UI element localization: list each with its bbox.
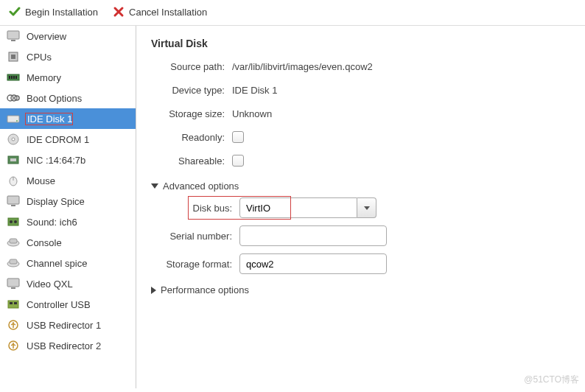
readonly-checkbox[interactable] — [232, 131, 244, 143]
sidebar-item-label: Console — [27, 237, 62, 248]
advanced-options-expander[interactable]: Advanced options — [151, 181, 570, 192]
console-icon — [6, 236, 21, 249]
svg-rect-28 — [10, 259, 17, 264]
watermark: @51CTO博客 — [524, 374, 579, 386]
channel-icon — [6, 256, 21, 270]
svg-rect-1 — [11, 40, 15, 41]
sidebar-item-display-spice[interactable]: Display Spice — [0, 191, 136, 211]
sidebar-item-boot-options[interactable]: Boot Options — [0, 88, 136, 108]
sidebar-item-usb-redirector-1[interactable]: USB Redirector 1 — [0, 315, 136, 335]
begin-install-button[interactable]: Begin Installation — [9, 6, 98, 18]
svg-point-13 — [16, 120, 18, 122]
advanced-options-label: Advanced options — [163, 181, 239, 192]
svg-point-23 — [10, 220, 13, 223]
storage-format-label: Storage format: — [151, 259, 239, 270]
sidebar-item-mouse[interactable]: Mouse — [0, 170, 136, 191]
sidebar-item-label: Overview — [27, 31, 66, 42]
details-panel: Virtual Disk Source path: /var/lib/libvi… — [136, 26, 585, 388]
sidebar-item-usb-redirector-2[interactable]: USB Redirector 2 — [0, 335, 136, 356]
sidebar-item-label: CPUs — [27, 52, 52, 63]
sidebar-item-label: Channel spice — [27, 258, 87, 269]
sidebar-item-sound-ich6[interactable]: Sound: ich6 — [0, 211, 136, 232]
sidebar-item-label: Video QXL — [27, 279, 73, 290]
svg-rect-33 — [14, 302, 17, 304]
sidebar-item-label: USB Redirector 1 — [27, 320, 101, 331]
svg-rect-17 — [10, 158, 16, 161]
serial-number-label: Serial number: — [151, 231, 239, 242]
svg-rect-8 — [15, 76, 17, 79]
sidebar-item-ide-cdrom-1[interactable]: IDE CDROM 1 — [0, 129, 136, 150]
sidebar-item-label: IDE Disk 1 — [25, 113, 73, 125]
cancel-install-button[interactable]: Cancel Installation — [113, 6, 207, 18]
sidebar-item-label: NIC :14:64:7b — [27, 155, 85, 166]
disk-bus-dropdown-button[interactable] — [357, 197, 376, 218]
sidebar-item-label: Memory — [27, 72, 61, 83]
disk-bus-label: Disk bus: — [151, 203, 239, 214]
storage-size-label: Storage size: — [151, 108, 232, 119]
cdrom-icon — [6, 133, 21, 146]
svg-rect-5 — [9, 76, 10, 79]
svg-rect-29 — [7, 279, 19, 287]
check-icon — [9, 6, 21, 18]
sidebar-item-memory[interactable]: Memory — [0, 67, 136, 88]
shareable-checkbox[interactable] — [232, 155, 244, 167]
performance-options-label: Performance options — [161, 284, 249, 295]
sidebar-item-label: Boot Options — [27, 93, 82, 104]
svg-rect-0 — [7, 31, 19, 39]
begin-install-label: Begin Installation — [25, 7, 98, 18]
svg-rect-21 — [11, 205, 15, 206]
source-path-value: /var/lib/libvirt/images/even.qcow2 — [232, 61, 373, 72]
device-type-label: Device type: — [151, 85, 232, 96]
disk-bus-input[interactable] — [239, 197, 357, 218]
sidebar-item-label: Mouse — [27, 175, 55, 186]
toolbar: Begin Installation Cancel Installation — [0, 0, 585, 26]
video-icon — [6, 277, 21, 290]
shareable-label: Shareable: — [151, 155, 232, 167]
sidebar-item-cpus[interactable]: CPUs — [0, 46, 136, 67]
sidebar-item-nic-14-64-7b[interactable]: NIC :14:64:7b — [0, 150, 136, 170]
sidebar-item-label: Controller USB — [27, 299, 91, 310]
svg-point-15 — [12, 138, 15, 141]
sidebar: OverviewCPUsMemoryBoot OptionsIDE Disk 1… — [0, 26, 136, 388]
svg-rect-3 — [11, 55, 15, 59]
sidebar-item-label: USB Redirector 2 — [27, 340, 101, 351]
sound-icon — [6, 215, 21, 228]
usb-ctrl-icon — [6, 298, 21, 311]
main-area: OverviewCPUsMemoryBoot OptionsIDE Disk 1… — [0, 26, 585, 388]
sidebar-item-console[interactable]: Console — [0, 232, 136, 253]
usb-icon — [6, 339, 21, 352]
sidebar-item-video-qxl[interactable]: Video QXL — [0, 273, 136, 294]
sidebar-item-ide-disk-1[interactable]: IDE Disk 1 — [0, 108, 136, 129]
device-type-value: IDE Disk 1 — [232, 85, 277, 96]
chevron-down-icon — [151, 183, 158, 189]
storage-format-input[interactable] — [239, 253, 387, 274]
serial-number-input[interactable] — [239, 225, 387, 246]
sidebar-item-label: IDE CDROM 1 — [27, 134, 89, 145]
svg-rect-7 — [13, 76, 15, 79]
cpu-icon — [6, 50, 21, 63]
sidebar-item-label: Sound: ich6 — [27, 217, 77, 228]
monitor-icon — [6, 29, 21, 43]
panel-title: Virtual Disk — [151, 38, 570, 49]
chevron-down-icon — [364, 206, 370, 210]
boot-icon — [6, 91, 21, 105]
cancel-install-label: Cancel Installation — [129, 7, 207, 18]
readonly-label: Readonly: — [151, 132, 232, 143]
display-icon — [6, 195, 21, 208]
chevron-right-icon — [151, 287, 156, 294]
mouse-icon — [6, 174, 21, 187]
svg-rect-6 — [11, 76, 13, 79]
svg-rect-32 — [10, 302, 13, 304]
memory-icon — [6, 71, 21, 84]
svg-rect-26 — [10, 239, 17, 243]
sidebar-item-channel-spice[interactable]: Channel spice — [0, 253, 136, 273]
svg-rect-30 — [11, 287, 15, 289]
source-path-label: Source path: — [151, 61, 232, 72]
usb-icon — [6, 318, 21, 332]
nic-icon — [6, 153, 21, 167]
sidebar-item-overview[interactable]: Overview — [0, 26, 136, 46]
sidebar-item-controller-usb[interactable]: Controller USB — [0, 294, 136, 315]
performance-options-expander[interactable]: Performance options — [151, 284, 570, 295]
svg-rect-20 — [7, 196, 19, 204]
storage-size-value: Unknown — [232, 108, 272, 119]
